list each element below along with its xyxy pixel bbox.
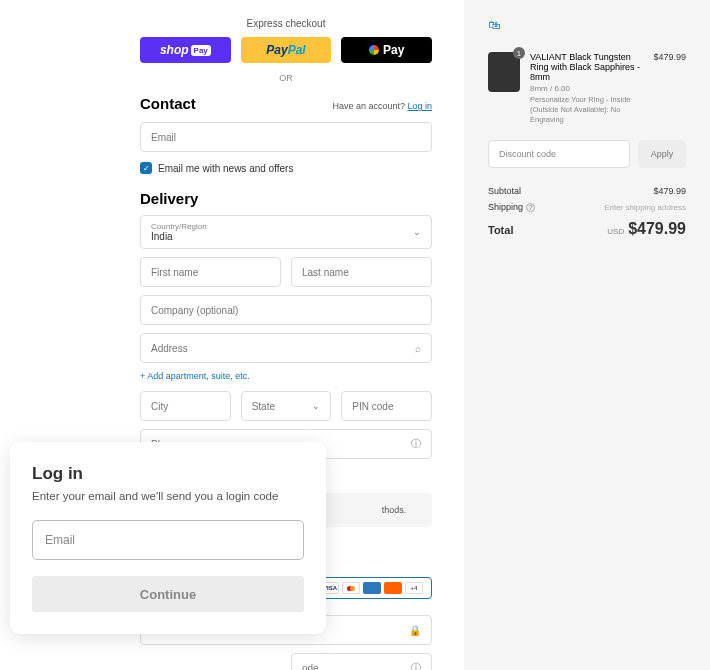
chevron-down-icon: ⌄ — [413, 227, 421, 237]
last-name-input[interactable]: Last name — [291, 257, 432, 287]
help-icon: ⓘ — [411, 661, 421, 670]
security-code-input[interactable]: ode ⓘ — [291, 653, 432, 670]
cart-line-item: 1 VALIANT Black Tungsten Ring with Black… — [488, 52, 686, 124]
total-currency: USD — [607, 227, 624, 236]
add-apartment-link[interactable]: + Add apartment, suite, etc. — [140, 371, 432, 381]
help-icon: ⓘ — [411, 437, 421, 451]
discover-icon — [384, 582, 402, 594]
news-checkbox-row[interactable]: ✓ Email me with news and offers — [140, 162, 432, 174]
login-modal: Log in Enter your email and we'll send y… — [10, 442, 326, 634]
login-modal-title: Log in — [32, 464, 304, 484]
or-divider: OR — [140, 73, 432, 83]
discount-code-input[interactable]: Discount code — [488, 140, 630, 168]
line-price: $479.99 — [653, 52, 686, 124]
address-input[interactable]: Address ⌕ — [140, 333, 432, 363]
more-cards-badge: +4 — [405, 582, 423, 594]
login-hint: Have an account? Log in — [332, 101, 432, 111]
paypal-button[interactable]: PayPal — [241, 37, 332, 63]
login-modal-subtitle: Enter your email and we'll send you a lo… — [32, 490, 304, 502]
contact-heading: Contact — [140, 95, 196, 112]
subtotal-value: $479.99 — [653, 186, 686, 196]
lock-icon: 🔒 — [409, 625, 421, 636]
product-thumbnail: 1 — [488, 52, 520, 92]
subtotal-label: Subtotal — [488, 186, 521, 196]
checkbox-checked-icon: ✓ — [140, 162, 152, 174]
product-note: Personalize Your Ring - Inside (Outside … — [530, 95, 643, 124]
country-select[interactable]: Country/Region India ⌄ — [140, 215, 432, 249]
shipping-label: Shipping? — [488, 202, 535, 212]
product-variant: 8mm / 6.00 — [530, 84, 643, 93]
express-buttons: shopPay PayPal Pay — [140, 37, 432, 63]
product-name: VALIANT Black Tungsten Ring with Black S… — [530, 52, 643, 82]
shop-pay-button[interactable]: shopPay — [140, 37, 231, 63]
city-input[interactable]: City — [140, 391, 231, 421]
shopping-bag-icon[interactable]: 🛍 — [488, 18, 686, 32]
chevron-down-icon: ⌄ — [312, 401, 320, 411]
apply-discount-button[interactable]: Apply — [638, 140, 686, 168]
google-pay-button[interactable]: Pay — [341, 37, 432, 63]
mastercard-icon — [342, 582, 360, 594]
order-summary: 🛍 1 VALIANT Black Tungsten Ring with Bla… — [464, 0, 710, 670]
shipping-value: Enter shipping address — [604, 203, 686, 212]
login-link[interactable]: Log in — [407, 101, 432, 111]
total-value: $479.99 — [628, 220, 686, 237]
amex-icon — [363, 582, 381, 594]
login-email-input[interactable]: Email — [32, 520, 304, 560]
email-input[interactable]: Email — [140, 122, 432, 152]
express-checkout-label: Express checkout — [140, 18, 432, 29]
pin-input[interactable]: PIN code — [341, 391, 432, 421]
state-select[interactable]: State ⌄ — [241, 391, 332, 421]
login-continue-button[interactable]: Continue — [32, 576, 304, 612]
total-label: Total — [488, 224, 513, 236]
google-icon — [369, 45, 379, 55]
search-icon: ⌕ — [415, 343, 421, 354]
help-icon[interactable]: ? — [526, 203, 535, 212]
delivery-heading: Delivery — [140, 190, 432, 207]
quantity-badge: 1 — [513, 47, 525, 59]
company-input[interactable]: Company (optional) — [140, 295, 432, 325]
first-name-input[interactable]: First name — [140, 257, 281, 287]
